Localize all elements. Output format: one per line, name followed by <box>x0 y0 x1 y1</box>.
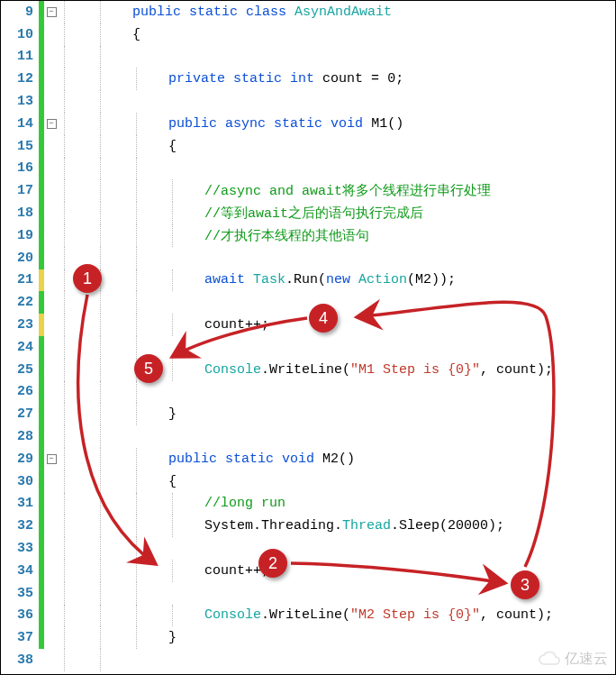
fold-gutter[interactable]: − <box>44 454 59 464</box>
line-number: 13 <box>1 94 39 109</box>
code-text[interactable]: Console.WriteLine("M2 Step is {0}", coun… <box>203 607 553 623</box>
code-line[interactable]: 9−public static class AsynAndAwait <box>1 1 615 23</box>
change-bar <box>39 537 44 560</box>
indent-guides <box>59 113 167 135</box>
code-text[interactable]: count++; <box>203 317 269 333</box>
indent-guides <box>59 179 203 202</box>
indent-guides <box>59 291 167 314</box>
code-text[interactable]: } <box>167 406 177 422</box>
fold-toggle-icon[interactable]: − <box>47 119 57 129</box>
code-line[interactable]: 32System.Threading.Thread.Sleep(20000); <box>1 515 615 537</box>
code-line[interactable]: 18//等到await之后的语句执行完成后 <box>1 202 615 224</box>
code-line[interactable]: 17//async and await将多个线程进行串行处理 <box>1 179 615 202</box>
line-number: 20 <box>1 251 39 266</box>
code-text[interactable]: public static void M2() <box>167 452 355 467</box>
annotation-badge-3: 3 <box>511 570 539 599</box>
watermark: 亿速云 <box>538 650 608 669</box>
code-line[interactable]: 26 <box>1 381 615 404</box>
change-bar <box>39 605 44 627</box>
line-number: 34 <box>1 563 39 579</box>
code-line[interactable]: 33 <box>1 537 615 560</box>
line-number: 15 <box>1 139 39 154</box>
watermark-text: 亿速云 <box>565 650 608 669</box>
code-line[interactable]: 36Console.WriteLine("M2 Step is {0}", co… <box>1 605 615 627</box>
code-line[interactable]: 11 <box>1 46 615 68</box>
code-text[interactable]: Console.WriteLine("M1 Step is {0}", coun… <box>203 362 553 378</box>
code-line[interactable]: 14−public async static void M1() <box>1 113 615 135</box>
fold-toggle-icon[interactable]: − <box>47 454 57 464</box>
code-line[interactable]: 25Console.WriteLine("M1 Step is {0}", co… <box>1 359 615 381</box>
change-bar <box>39 336 44 359</box>
code-line[interactable]: 24 <box>1 336 615 359</box>
annotation-badge-2: 2 <box>258 549 287 578</box>
code-line[interactable]: 16 <box>1 158 615 180</box>
change-bar <box>39 158 44 180</box>
code-line[interactable]: 31//long run <box>1 493 615 515</box>
change-bar <box>39 403 44 425</box>
indent-guides <box>59 247 167 269</box>
indent-guides <box>59 470 167 493</box>
code-text[interactable]: //long run <box>203 496 285 511</box>
indent-guides <box>59 23 131 46</box>
line-number: 29 <box>1 452 39 467</box>
line-number: 17 <box>1 183 39 198</box>
indent-guides <box>59 493 203 515</box>
change-bar <box>39 470 44 493</box>
code-line[interactable]: 27} <box>1 403 615 425</box>
code-text[interactable]: { <box>167 139 177 154</box>
indent-guides <box>59 582 167 605</box>
change-bar <box>39 515 44 537</box>
indent-guides <box>59 158 167 180</box>
change-bar <box>39 314 44 336</box>
change-bar <box>39 425 44 448</box>
change-bar <box>39 359 44 381</box>
code-line[interactable]: 15{ <box>1 135 615 158</box>
code-line[interactable]: 38 <box>1 649 615 671</box>
indent-guides <box>59 90 131 113</box>
change-bar <box>39 381 44 404</box>
code-text[interactable]: public async static void M1() <box>167 116 403 132</box>
code-line[interactable]: 19//才执行本线程的其他语句 <box>1 224 615 247</box>
change-bar <box>39 90 44 113</box>
code-text[interactable]: private static int count = 0; <box>167 71 403 87</box>
code-text[interactable]: { <box>167 474 177 489</box>
code-text[interactable]: } <box>167 630 177 645</box>
indent-guides <box>59 68 167 90</box>
annotation-badge-4: 4 <box>309 304 338 333</box>
change-bar <box>39 68 44 90</box>
code-text[interactable]: System.Threading.Thread.Sleep(20000); <box>203 518 504 534</box>
code-line[interactable]: 29−public static void M2() <box>1 448 615 470</box>
code-line[interactable]: 22 <box>1 291 615 314</box>
fold-gutter[interactable]: − <box>44 119 59 129</box>
indent-guides <box>59 626 167 649</box>
fold-gutter[interactable]: − <box>44 7 59 17</box>
line-number: 35 <box>1 586 39 601</box>
indent-guides <box>59 314 203 336</box>
line-number: 38 <box>1 652 39 668</box>
code-line[interactable]: 12private static int count = 0; <box>1 68 615 90</box>
code-line[interactable]: 37} <box>1 626 615 649</box>
indent-guides <box>59 359 203 381</box>
code-line[interactable]: 13 <box>1 90 615 113</box>
change-bar <box>39 179 44 202</box>
code-text[interactable]: { <box>131 27 140 42</box>
change-bar <box>39 626 44 649</box>
change-bar <box>39 560 44 582</box>
indent-guides <box>59 381 167 404</box>
code-text[interactable]: await Task.Run(new Action(M2)); <box>203 272 456 287</box>
change-bar <box>39 582 44 605</box>
change-bar <box>39 247 44 269</box>
code-text[interactable]: //等到await之后的语句执行完成后 <box>203 205 423 222</box>
line-number: 27 <box>1 406 39 422</box>
code-text[interactable]: //才执行本线程的其他语句 <box>203 227 369 244</box>
code-line[interactable]: 30{ <box>1 470 615 493</box>
indent-guides <box>59 46 131 68</box>
code-line[interactable]: 23count++; <box>1 314 615 336</box>
fold-toggle-icon[interactable]: − <box>47 7 57 17</box>
code-line[interactable]: 28 <box>1 425 615 448</box>
code-text[interactable]: //async and await将多个线程进行串行处理 <box>203 182 491 199</box>
line-number: 9 <box>1 5 39 20</box>
indent-guides <box>59 135 167 158</box>
code-text[interactable]: public static class AsynAndAwait <box>131 5 392 20</box>
code-line[interactable]: 10{ <box>1 23 615 46</box>
